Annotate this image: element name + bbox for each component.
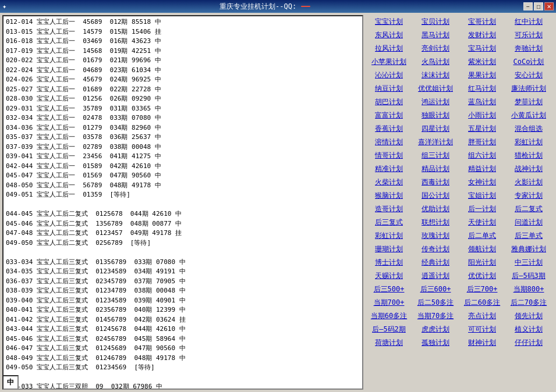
plan-link[interactable]: 玫瑰计划 xyxy=(412,229,459,243)
plan-link[interactable]: 当期60多注 xyxy=(366,309,412,323)
plan-link[interactable]: 组三计划 xyxy=(412,149,459,162)
plan-link[interactable]: 亮剑计划 xyxy=(412,42,459,55)
plan-link[interactable]: 沁沁计划 xyxy=(366,69,412,82)
plan-link[interactable]: 财神计划 xyxy=(459,336,505,350)
plan-link[interactable]: 虎虎计划 xyxy=(412,323,459,336)
plan-link[interactable]: 后二单式 xyxy=(459,229,505,243)
plan-link[interactable]: 宝宝计划 xyxy=(366,15,412,28)
plan-link[interactable]: CoCo计划 xyxy=(505,55,552,69)
plan-link[interactable]: 专家计划 xyxy=(505,189,552,202)
plan-link[interactable]: 后三500+ xyxy=(366,283,412,296)
plan-link[interactable]: 领航计划 xyxy=(459,243,505,256)
plan-link[interactable]: 雅典娜计划 xyxy=(505,243,552,256)
plan-link[interactable]: 博士计划 xyxy=(366,256,412,269)
plan-link[interactable]: 精准计划 xyxy=(366,162,412,176)
plan-link[interactable]: 彩虹计划 xyxy=(366,229,412,243)
plan-link[interactable]: 领先计划 xyxy=(505,309,552,323)
plan-link[interactable]: 精益计划 xyxy=(459,162,505,176)
plan-link[interactable]: 天使计划 xyxy=(459,216,505,229)
plan-link[interactable]: 当期800+ xyxy=(505,283,552,296)
plan-link[interactable]: 沫沫计划 xyxy=(412,69,459,82)
plan-link[interactable]: 传奇计划 xyxy=(412,243,459,256)
plan-link[interactable]: 混合组选 xyxy=(505,122,552,136)
plan-link[interactable]: 后二60多注 xyxy=(459,296,505,309)
plan-link[interactable]: 后三700+ xyxy=(459,283,505,296)
plan-link[interactable]: 火鸟计划 xyxy=(412,55,459,69)
plan-link[interactable]: 宝哥计划 xyxy=(459,15,505,28)
plan-link[interactable]: 纳豆计划 xyxy=(366,82,412,95)
plan-link[interactable]: 香蕉计划 xyxy=(366,122,412,136)
plan-link[interactable]: 问道计划 xyxy=(505,216,552,229)
plan-link[interactable]: 鸿运计划 xyxy=(412,95,459,109)
plan-link[interactable]: 小雨计划 xyxy=(459,109,505,122)
plan-link[interactable]: 安心计划 xyxy=(505,69,552,82)
plan-link[interactable]: 东风计划 xyxy=(366,28,412,42)
plan-link[interactable]: 亮点计划 xyxy=(459,309,505,323)
plan-link[interactable]: 女神计划 xyxy=(459,176,505,189)
plan-link[interactable]: 拉风计划 xyxy=(366,42,412,55)
plan-link[interactable]: 中三计划 xyxy=(505,256,552,269)
plan-link[interactable]: 后—5码2期 xyxy=(366,323,412,336)
plan-link[interactable]: 国公计划 xyxy=(412,189,459,202)
plan-link[interactable]: 阳光计划 xyxy=(459,256,505,269)
plan-link[interactable]: 发财计划 xyxy=(459,28,505,42)
plan-link[interactable]: 胡巴计划 xyxy=(366,95,412,109)
plan-link[interactable]: 天赐计划 xyxy=(366,269,412,283)
plan-link[interactable]: 联想计划 xyxy=(412,216,459,229)
plan-link[interactable]: 红马计划 xyxy=(459,82,505,95)
plan-link[interactable]: 溶情计划 xyxy=(366,136,412,149)
plan-link[interactable]: 紫米计划 xyxy=(459,55,505,69)
plan-link[interactable]: 后三复式 xyxy=(366,216,412,229)
plan-link[interactable]: 猎枪计划 xyxy=(505,149,552,162)
plan-link[interactable]: 廉法师计划 xyxy=(505,82,552,95)
plan-link[interactable]: 宝贝计划 xyxy=(412,15,459,28)
plan-link[interactable]: 火影计划 xyxy=(505,176,552,189)
plan-link[interactable]: 当期70多注 xyxy=(412,309,459,323)
plan-link[interactable]: 猴脑计划 xyxy=(366,189,412,202)
plan-link[interactable]: 奔驰计划 xyxy=(505,42,552,55)
plan-link[interactable]: 彩虹计划 xyxy=(505,136,552,149)
plan-link[interactable]: 火柴计划 xyxy=(366,176,412,189)
plan-link[interactable]: 珊瑚计划 xyxy=(366,243,412,256)
plan-link[interactable]: 后一计划 xyxy=(459,202,505,216)
plan-link[interactable]: 西毒计划 xyxy=(412,176,459,189)
plan-link[interactable]: 荷塘计划 xyxy=(366,336,412,350)
minimize-button[interactable]: − xyxy=(523,2,533,10)
plan-link[interactable]: 后三600+ xyxy=(412,283,459,296)
left-content-scroll[interactable]: 012-014 宝宝人工后一 45689 012期 85518 中 013-01… xyxy=(3,16,362,389)
maximize-button[interactable]: □ xyxy=(534,2,543,10)
plan-link[interactable]: 胖哥计划 xyxy=(459,136,505,149)
plan-link[interactable]: 小苹果计划 xyxy=(366,55,412,69)
plan-link[interactable]: 经典计划 xyxy=(412,256,459,269)
plan-link[interactable]: 宝姐计划 xyxy=(459,189,505,202)
plan-link[interactable]: 优助计划 xyxy=(412,202,459,216)
plan-link[interactable]: 梦菲计划 xyxy=(505,95,552,109)
plan-link[interactable]: 后三单式 xyxy=(505,229,552,243)
plan-link[interactable]: 宝马计划 xyxy=(459,42,505,55)
plan-link[interactable]: 红中计划 xyxy=(505,15,552,28)
plan-link[interactable]: 情哥计划 xyxy=(366,149,412,162)
plan-link[interactable]: 蓝鸟计划 xyxy=(459,95,505,109)
plan-link[interactable]: 优优姐计划 xyxy=(412,82,459,95)
plan-link[interactable]: 后—5码3期 xyxy=(505,269,552,283)
plan-link[interactable]: 当期700+ xyxy=(366,296,412,309)
plan-link[interactable]: 富富计划 xyxy=(366,109,412,122)
plan-link[interactable]: 孤独计划 xyxy=(412,336,459,350)
plan-link[interactable]: 喜洋洋计划 xyxy=(412,136,459,149)
plan-link[interactable]: 优优计划 xyxy=(459,269,505,283)
plan-link[interactable]: 可乐计划 xyxy=(505,28,552,42)
plan-link[interactable]: 造哥计划 xyxy=(366,202,412,216)
plan-link[interactable]: 五星计划 xyxy=(459,122,505,136)
plan-link[interactable]: 果果计划 xyxy=(459,69,505,82)
plan-link[interactable]: 仔仔计划 xyxy=(505,336,552,350)
plan-link[interactable]: 后二复式 xyxy=(505,202,552,216)
plan-link[interactable]: 战神计划 xyxy=(505,162,552,176)
plan-link[interactable]: 可可计划 xyxy=(459,323,505,336)
close-button[interactable]: ✕ xyxy=(544,2,554,10)
plan-link[interactable]: 植义计划 xyxy=(505,323,552,336)
plan-link[interactable]: 四星计划 xyxy=(412,122,459,136)
plan-link[interactable]: 组六计划 xyxy=(459,149,505,162)
plan-link[interactable]: 黑马计划 xyxy=(412,28,459,42)
plan-link[interactable]: 逍遥计划 xyxy=(412,269,459,283)
plan-link[interactable]: 后二70多注 xyxy=(505,296,552,309)
